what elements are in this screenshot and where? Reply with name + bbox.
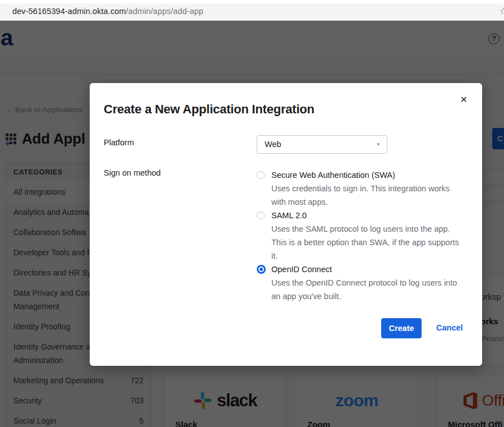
create-button[interactable]: Create [381, 318, 422, 338]
sign-on-method-label: Sign on method [104, 168, 161, 177]
sign-on-options: Secure Web Authentication (SWA) Uses cre… [257, 168, 461, 303]
radio-saml[interactable] [257, 212, 265, 219]
close-icon[interactable]: ✕ [460, 95, 468, 104]
radio-swa[interactable] [257, 171, 265, 179]
browser-top-strip [0, 0, 504, 3]
create-app-integration-modal: ✕ Create a New Application Integration P… [90, 83, 482, 366]
option-saml[interactable]: SAML 2.0 Uses the SAML protocol to log u… [257, 209, 461, 263]
cancel-button[interactable]: Cancel [436, 323, 463, 332]
chevron-down-icon: ▾ [377, 136, 380, 153]
platform-label: Platform [104, 138, 134, 147]
option-swa[interactable]: Secure Web Authentication (SWA) Uses cre… [257, 168, 461, 209]
bookmark-star-icon[interactable]: ☆ [500, 6, 504, 16]
radio-oidc[interactable] [257, 265, 266, 274]
option-oidc[interactable]: OpenID Connect Uses the OpenID Connect p… [257, 263, 461, 303]
platform-select[interactable]: Web ▾ [257, 135, 387, 154]
browser-address-bar[interactable]: dev-56165394-admin.okta.com/admin/apps/a… [0, 0, 504, 21]
modal-title: Create a New Application Integration [104, 102, 315, 117]
page-url[interactable]: dev-56165394-admin.okta.com/admin/apps/a… [12, 7, 204, 16]
